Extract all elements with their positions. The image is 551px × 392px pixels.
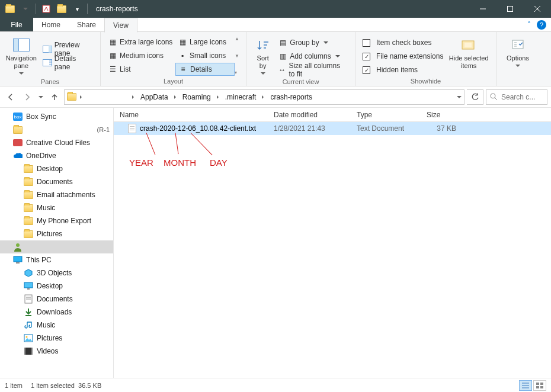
navigation-sidebar[interactable]: boxBox Sync(R-1Creative Cloud FilesOneDr…	[0, 108, 114, 378]
col-type[interactable]: Type	[351, 111, 421, 119]
breadcrumb[interactable]: AppData	[138, 93, 171, 101]
check-file-extensions[interactable]: ✓File name extensions	[360, 50, 446, 63]
sidebar-item-icon	[24, 333, 33, 343]
sidebar-item[interactable]	[0, 240, 113, 253]
address-folder-icon	[67, 92, 76, 102]
status-count: 1 item	[5, 382, 23, 389]
sidebar-item[interactable]: My Phone Export	[0, 214, 113, 227]
sidebar-item-label: Pictures	[37, 334, 62, 342]
svg-rect-30	[24, 348, 25, 355]
layout-medium[interactable]: ▦Medium icons	[105, 49, 175, 62]
tab-file[interactable]: File	[0, 18, 33, 31]
preview-pane-button[interactable]: Preview pane	[40, 43, 95, 56]
sort-by-button[interactable]: Sort by	[251, 34, 274, 78]
svg-rect-6	[13, 39, 18, 52]
qat-folder-icon[interactable]	[55, 2, 68, 15]
sidebar-item[interactable]: Videos	[0, 345, 113, 358]
sidebar-item-icon	[24, 216, 33, 226]
breadcrumb[interactable]: crash-reports	[268, 93, 315, 101]
layout-extra-large[interactable]: ▦Extra large icons	[105, 36, 175, 49]
sidebar-item[interactable]: Documents	[0, 293, 113, 306]
layout-scroll-down[interactable]: ▼	[235, 53, 239, 59]
svg-point-28	[26, 336, 28, 338]
navigation-pane-button[interactable]: Navigation pane	[5, 34, 38, 78]
tab-home[interactable]: Home	[33, 18, 69, 31]
file-size: 37 KB	[421, 124, 462, 133]
layout-expand[interactable]: ▾	[235, 70, 239, 75]
minimize-button[interactable]	[469, 0, 496, 18]
add-columns-button[interactable]: ▥Add columns	[276, 50, 350, 63]
sidebar-item-icon	[24, 177, 33, 187]
sidebar-item[interactable]: Pictures	[0, 227, 113, 240]
sidebar-item[interactable]: Music	[0, 319, 113, 332]
check-item-checkboxes[interactable]: Item check boxes	[360, 36, 446, 49]
sidebar-item-label: Videos	[37, 347, 58, 355]
tab-view[interactable]: View	[104, 18, 137, 33]
tab-share[interactable]: Share	[69, 18, 104, 31]
sidebar-item-icon: box	[13, 112, 23, 121]
address-bar[interactable]: AppData Roaming .minecraft crash-reports	[64, 89, 464, 105]
nav-recent-button[interactable]	[37, 90, 45, 104]
maximize-button[interactable]	[496, 0, 524, 18]
nav-forward-button[interactable]	[20, 90, 34, 104]
col-size[interactable]: Size	[421, 111, 462, 119]
sidebar-item[interactable]: Pictures	[0, 332, 113, 345]
view-details-button[interactable]	[519, 380, 532, 391]
help-icon[interactable]: ?	[537, 20, 546, 30]
sidebar-item-label: Music	[37, 321, 55, 329]
menu-tabs: File Home Share View ˄ ?	[0, 18, 551, 32]
address-dropdown[interactable]	[457, 93, 462, 101]
qat-dropdown-2[interactable]: ▾	[71, 2, 84, 15]
sidebar-item[interactable]: Downloads	[0, 306, 113, 319]
svg-line-17	[495, 98, 497, 100]
sidebar-item[interactable]: This PC	[0, 253, 113, 266]
breadcrumb[interactable]: .minecraft	[223, 93, 259, 101]
layout-large[interactable]: ▦Large icons	[175, 36, 235, 49]
options-button[interactable]: Options	[501, 34, 534, 84]
sidebar-item-label: OneDrive	[26, 152, 56, 160]
group-label-current-view: Current view	[251, 78, 350, 85]
properties-icon[interactable]	[40, 2, 53, 15]
sidebar-item[interactable]: Documents	[0, 175, 113, 188]
sidebar-item[interactable]: Desktop	[0, 279, 113, 293]
qat-dropdown[interactable]	[19, 2, 32, 15]
size-columns-button[interactable]: ↔Size all columns to fit	[276, 63, 350, 76]
sidebar-item-label: Email attachments	[37, 191, 95, 199]
sidebar-item[interactable]: boxBox Sync	[0, 110, 113, 123]
view-large-button[interactable]	[533, 380, 546, 391]
svg-rect-19	[14, 256, 22, 262]
svg-rect-36	[540, 383, 543, 385]
svg-rect-8	[49, 46, 52, 53]
col-name[interactable]: Name	[114, 111, 268, 119]
check-hidden-items[interactable]: ✓Hidden items	[360, 63, 446, 76]
sidebar-item[interactable]: Creative Cloud Files	[0, 136, 113, 149]
layout-scroll-up[interactable]: ▲	[235, 36, 239, 41]
layout-list[interactable]: ☰List	[105, 63, 175, 76]
column-headers[interactable]: Name Date modified Type Size	[114, 108, 551, 122]
sidebar-item-icon	[13, 242, 23, 252]
group-label-show-hide: Show/hide	[360, 77, 491, 85]
details-pane-button[interactable]: Details pane	[40, 56, 95, 69]
breadcrumb[interactable]: Roaming	[180, 93, 213, 101]
hide-selected-button[interactable]: Hide selected items	[446, 34, 491, 77]
file-row[interactable]: crash-2020-12-06_10.08.42-client.txt 1/2…	[114, 122, 551, 135]
status-selected: 1 item selected	[31, 382, 75, 389]
sidebar-item[interactable]: Email attachments	[0, 188, 113, 201]
collapse-ribbon-icon[interactable]: ˄	[527, 21, 531, 29]
col-modified[interactable]: Date modified	[268, 111, 351, 119]
sidebar-item[interactable]: Desktop	[0, 162, 113, 175]
sidebar-item[interactable]: OneDrive	[0, 149, 113, 162]
sidebar-item[interactable]: (R-1	[0, 123, 113, 136]
nav-back-button[interactable]	[4, 90, 18, 104]
layout-details[interactable]: ≡Details	[175, 63, 235, 76]
close-button[interactable]	[524, 0, 551, 18]
refresh-button[interactable]	[467, 89, 483, 105]
svg-rect-2	[508, 7, 513, 12]
sidebar-item[interactable]: Music	[0, 201, 113, 214]
search-input[interactable]: Search c...	[486, 89, 547, 105]
svg-point-16	[491, 94, 495, 98]
group-by-button[interactable]: ▤Group by	[276, 36, 350, 49]
sidebar-item[interactable]: 3D Objects	[0, 266, 113, 279]
layout-small[interactable]: ▪Small icons	[175, 49, 235, 62]
nav-up-button[interactable]	[47, 90, 62, 104]
